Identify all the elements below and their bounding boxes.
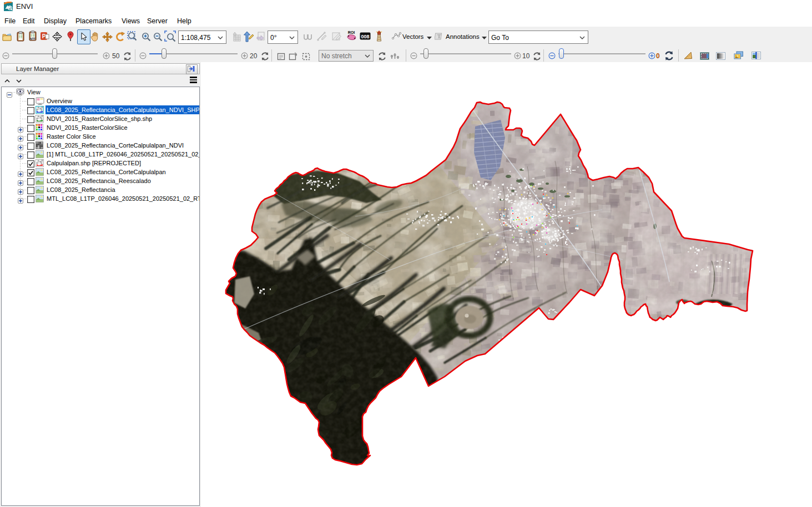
svg-text:NTF: NTF bbox=[30, 37, 36, 40]
svg-text:008: 008 bbox=[361, 34, 369, 39]
svg-text:T: T bbox=[437, 33, 441, 39]
svg-text:ROI: ROI bbox=[348, 31, 355, 34]
